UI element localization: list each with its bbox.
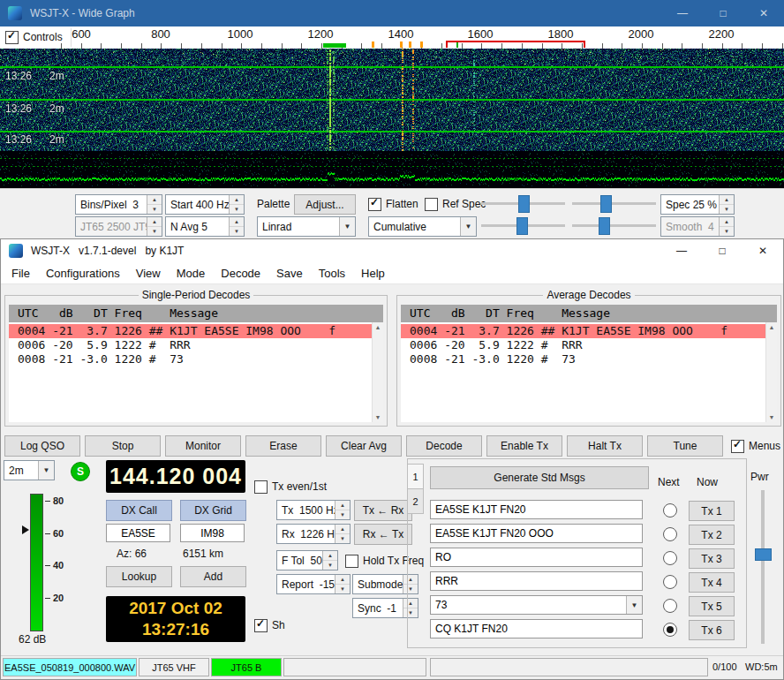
- chevron-down-icon[interactable]: ▼: [626, 596, 642, 614]
- flatten-checkbox[interactable]: ✓ Flatten: [368, 197, 418, 211]
- main-titlebar[interactable]: WSJT-X v1.7.1-devel by K1JT — □ ✕: [1, 239, 783, 262]
- monitor-button[interactable]: Monitor: [165, 435, 241, 457]
- decode-button[interactable]: Decode: [406, 435, 482, 457]
- tx-select-radio-6[interactable]: [663, 623, 677, 637]
- spin-up-icon[interactable]: ▲: [323, 551, 337, 560]
- spin-up-icon[interactable]: ▲: [720, 195, 734, 204]
- slider-handle[interactable]: [599, 217, 610, 235]
- tx-message-4-field[interactable]: [430, 571, 643, 591]
- adjust-button[interactable]: Adjust...: [294, 194, 356, 215]
- tx-message-4-input[interactable]: [431, 572, 642, 590]
- decode-list[interactable]: 0004 -21 3.7 1226 ## K1JT EA5SE IM98 OOO…: [401, 322, 765, 422]
- waterfall-zero-slider[interactable]: [572, 194, 656, 213]
- menu-tools[interactable]: Tools: [311, 262, 353, 283]
- tx-message-6-input[interactable]: [431, 620, 642, 638]
- tx-message-5-input[interactable]: [431, 596, 626, 614]
- tx-message-6-field[interactable]: [430, 619, 643, 638]
- tx-select-radio-5[interactable]: [663, 599, 677, 613]
- tx-message-2-input[interactable]: [431, 525, 642, 542]
- menu-view[interactable]: View: [128, 262, 169, 283]
- tab-2[interactable]: 2: [407, 488, 424, 514]
- ref-spec-checkbox[interactable]: Ref Spec: [425, 197, 486, 211]
- chevron-down-icon[interactable]: ▼: [460, 217, 476, 236]
- decode-row[interactable]: 0008 -21 -3.0 1220 # 73: [401, 352, 765, 366]
- scroll-up-icon[interactable]: ▲: [769, 324, 775, 330]
- lookup-button[interactable]: Lookup: [106, 566, 172, 587]
- decode-row[interactable]: 0006 -20 5.9 1222 # RRR: [9, 338, 372, 352]
- scroll-down-icon[interactable]: ▼: [769, 414, 775, 420]
- menu-save[interactable]: Save: [268, 262, 311, 283]
- bins-pixel-spinner[interactable]: Bins/Pixel 3 ▲▼: [75, 194, 162, 215]
- log-qso-button[interactable]: Log QSO: [4, 435, 80, 457]
- spin-down-icon[interactable]: ▼: [147, 204, 162, 214]
- spin-down-icon[interactable]: ▼: [323, 560, 337, 570]
- minimize-icon[interactable]: —: [662, 0, 703, 26]
- tx-even-checkbox[interactable]: Tx even/1st: [254, 480, 327, 494]
- spin-up-icon[interactable]: ▲: [335, 575, 350, 584]
- tx-message-3-field[interactable]: [430, 548, 643, 567]
- tx-5-button[interactable]: Tx 5: [689, 596, 735, 616]
- waterfall-canvas[interactable]: [0, 49, 784, 188]
- rx-freq-spinner[interactable]: Rx 1226 Hz ▲▼: [276, 524, 351, 544]
- spin-down-icon[interactable]: ▼: [335, 510, 350, 519]
- spectrum-zero-slider[interactable]: [572, 216, 656, 235]
- sh-checkbox[interactable]: ✓ Sh: [254, 618, 285, 632]
- tx-message-1-input[interactable]: [431, 501, 642, 518]
- frequency-scale[interactable]: ✓ Controls 600 800 1000 1200 1400 1600 1…: [0, 26, 784, 49]
- spectrum-mode-combo[interactable]: Cumulative ▼: [368, 216, 477, 237]
- decode-row[interactable]: 0004 -21 3.7 1226 ## K1JT EA5SE IM98 OOO…: [401, 324, 765, 338]
- generate-std-msgs-button[interactable]: Generate Std Msgs: [430, 466, 649, 489]
- spin-up-icon[interactable]: ▲: [147, 195, 162, 204]
- tx-select-radio-3[interactable]: [663, 551, 677, 565]
- tx-freq-spinner[interactable]: Tx 1500 Hz ▲▼: [276, 500, 351, 520]
- halt-tx-button[interactable]: Halt Tx: [567, 435, 643, 457]
- close-icon[interactable]: ✕: [743, 0, 784, 26]
- tx-from-rx-button[interactable]: Tx ← Rx: [354, 500, 412, 521]
- erase-button[interactable]: Erase: [245, 435, 321, 457]
- spin-down-icon[interactable]: ▼: [720, 204, 734, 214]
- slider-handle[interactable]: [755, 548, 772, 561]
- scrollbar[interactable]: ▲ ▼: [372, 322, 383, 422]
- tune-button[interactable]: Tune: [647, 435, 723, 457]
- enable-tx-button[interactable]: Enable Tx: [486, 435, 562, 457]
- spin-up-icon[interactable]: ▲: [230, 195, 244, 204]
- close-icon[interactable]: ✕: [743, 239, 783, 262]
- maximize-icon[interactable]: □: [703, 0, 743, 26]
- slider-handle[interactable]: [516, 217, 528, 235]
- spin-up-icon[interactable]: ▲: [230, 217, 244, 226]
- ftol-spinner[interactable]: F Tol 50 ▲▼: [276, 550, 338, 570]
- spectrum-gain-slider[interactable]: [481, 216, 565, 235]
- tx-message-2-field[interactable]: [430, 524, 643, 543]
- tx-3-button[interactable]: Tx 3: [689, 548, 735, 569]
- menus-checkbox[interactable]: ✓ Menus: [727, 435, 780, 457]
- report-spinner[interactable]: Report -15 ▲▼: [276, 574, 351, 594]
- maximize-icon[interactable]: □: [702, 239, 743, 262]
- menu-file[interactable]: File: [4, 262, 38, 283]
- add-button[interactable]: Add: [180, 566, 246, 587]
- tx-select-radio-2[interactable]: [663, 527, 677, 541]
- menu-mode[interactable]: Mode: [169, 262, 214, 283]
- chevron-down-icon[interactable]: ▼: [339, 217, 355, 236]
- spin-down-icon[interactable]: ▼: [335, 533, 350, 543]
- scrollbar[interactable]: ▲ ▼: [765, 322, 777, 422]
- tx-message-5-combo[interactable]: ▼: [430, 595, 643, 615]
- stop-button[interactable]: Stop: [85, 435, 161, 457]
- chevron-down-icon[interactable]: ▼: [38, 461, 54, 480]
- slider-handle[interactable]: [518, 195, 530, 213]
- tx-message-3-input[interactable]: [431, 548, 642, 566]
- spin-down-icon[interactable]: ▼: [335, 584, 350, 593]
- scroll-down-icon[interactable]: ▼: [375, 414, 381, 420]
- spin-down-icon[interactable]: ▼: [230, 226, 244, 236]
- dx-call-button[interactable]: DX Call: [106, 500, 172, 521]
- wide-graph-titlebar[interactable]: WSJT-X - Wide Graph — □ ✕: [0, 0, 784, 26]
- minimize-icon[interactable]: —: [661, 239, 702, 262]
- decode-row[interactable]: 0004 -21 3.7 1226 ## K1JT EA5SE IM98 OOO…: [9, 324, 372, 338]
- menu-decode[interactable]: Decode: [213, 262, 268, 283]
- controls-checkbox[interactable]: ✓ Controls: [5, 30, 63, 44]
- tab-1[interactable]: 1: [407, 464, 424, 489]
- tx-message-1-field[interactable]: [430, 500, 643, 519]
- clear-avg-button[interactable]: Clear Avg: [326, 435, 402, 457]
- decode-list[interactable]: 0004 -21 3.7 1226 ## K1JT EA5SE IM98 OOO…: [9, 322, 372, 422]
- dx-grid-button[interactable]: DX Grid: [180, 500, 246, 521]
- menu-configurations[interactable]: Configurations: [38, 262, 128, 283]
